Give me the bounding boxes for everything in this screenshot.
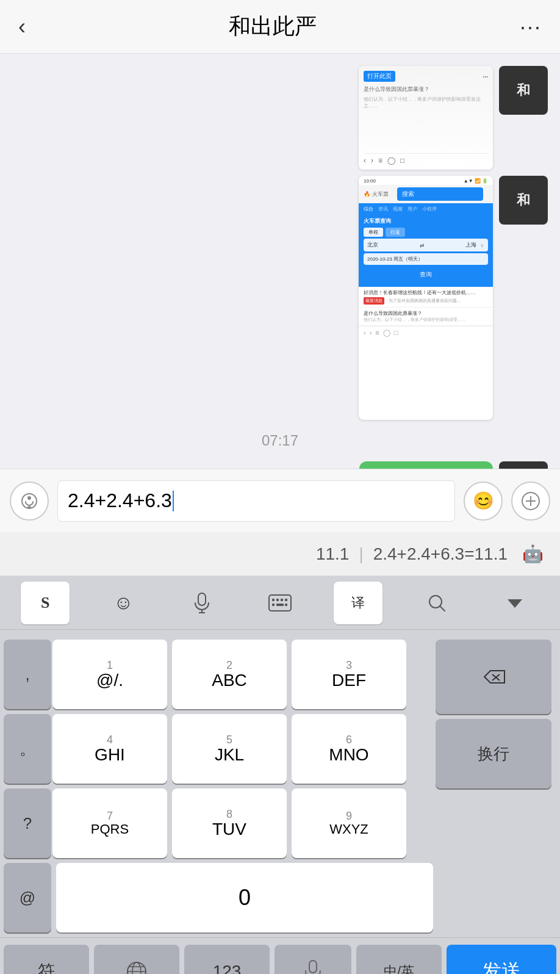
newline-label: 换行 xyxy=(478,743,509,765)
card-nav-menu[interactable]: ≡ xyxy=(375,329,379,337)
key-period[interactable]: 。 xyxy=(4,714,51,784)
emoji-tool-btn[interactable]: ☺ xyxy=(99,582,148,624)
keyboard: , 。 ? 1 @/. 2 ABC 3 DEF xyxy=(0,630,560,937)
train-search-text: 搜索 xyxy=(402,190,414,198)
key-num-6: 6 xyxy=(346,734,352,745)
key-123[interactable]: 123 xyxy=(184,945,270,975)
sc-nav-forward[interactable]: › xyxy=(371,156,373,165)
sc-nav-bookmark[interactable]: □ xyxy=(400,156,404,165)
avatar-right-2: 和 xyxy=(499,176,548,225)
calc-result: 11.1 xyxy=(316,544,350,564)
key-0[interactable]: 0 xyxy=(56,863,433,933)
sc-nav-share[interactable]: ◯ xyxy=(387,156,395,165)
emoji-button[interactable]: 😊 xyxy=(464,482,503,521)
calc-suggestion-bar: 11.1 | 2.4+2.4+6.3=11.1 🤖 xyxy=(0,532,560,576)
card-nav-back[interactable]: ‹ xyxy=(364,329,366,337)
key-2-abc[interactable]: 2 ABC xyxy=(172,640,287,709)
card-nav-fwd[interactable]: › xyxy=(370,329,372,337)
svg-rect-28 xyxy=(309,961,317,973)
key-label-wxyz: WXYZ xyxy=(329,823,368,836)
svg-rect-13 xyxy=(281,599,283,601)
input-area: 2.4+2.4+6.3 😊 xyxy=(0,469,560,532)
key-backspace[interactable] xyxy=(436,640,551,714)
key-4-ghi[interactable]: 4 GHI xyxy=(52,714,167,784)
search-tool-btn[interactable] xyxy=(412,582,461,624)
key-zh-en[interactable]: 中/英 xyxy=(356,945,442,975)
key-1-atsldot[interactable]: 1 @/. xyxy=(52,640,167,709)
key-num-3: 3 xyxy=(346,660,352,671)
key-num-5: 5 xyxy=(226,734,232,745)
voice-button[interactable] xyxy=(10,482,49,521)
card-nav-sq[interactable]: □ xyxy=(394,329,398,337)
key-label-atsldot: @/. xyxy=(96,672,123,689)
svg-rect-12 xyxy=(276,599,279,601)
sc-nav-menu[interactable]: ≡ xyxy=(378,156,382,165)
screenshot-card-1: 打开此页 ••• 是什么导致因国此票暴涨？ 他们认为，以下小结，，将多户供保护的… xyxy=(359,66,493,170)
send-label: 发送 xyxy=(482,958,521,975)
sc-open-btn[interactable]: 打开此页 xyxy=(364,71,395,82)
message-input[interactable]: 2.4+2.4+6.3 xyxy=(57,480,455,522)
translate-tool-btn[interactable]: 译 xyxy=(334,582,382,624)
key-3-def[interactable]: 3 DEF xyxy=(292,640,406,709)
key-space-mic[interactable] xyxy=(275,945,351,975)
svg-line-19 xyxy=(440,606,445,611)
svg-rect-16 xyxy=(276,604,284,606)
zh-label: 中/英 xyxy=(384,962,414,975)
key-num-2: 2 xyxy=(226,660,232,671)
sc-body-text: 他们认为，以下小结，，将多户供保护的影响深受发达之…… xyxy=(364,96,488,109)
svg-rect-10 xyxy=(269,595,291,611)
key-label-pqrs: PQRS xyxy=(91,823,129,836)
mic-tool-btn[interactable] xyxy=(178,582,226,624)
key-newline[interactable]: 换行 xyxy=(436,719,551,788)
sougou-keyboard-btn[interactable]: S xyxy=(21,582,70,624)
calc-equation: 2.4+2.4+6.3=11.1 xyxy=(373,544,508,564)
more-button[interactable]: ··· xyxy=(520,14,542,40)
key-globe[interactable] xyxy=(94,945,179,975)
header: ‹ 和出此严 ··· xyxy=(0,0,560,54)
key-question[interactable]: ? xyxy=(4,788,51,858)
keyboard-tool-btn[interactable] xyxy=(256,582,304,624)
card-nav-circle[interactable]: ◯ xyxy=(383,329,390,337)
key-9-wxyz[interactable]: 9 WXYZ xyxy=(292,788,406,858)
cursor xyxy=(173,491,174,511)
key-comma[interactable]: , xyxy=(4,640,51,709)
key-label-jkl: JKL xyxy=(215,746,244,763)
input-text: 2.4+2.4+6.3 xyxy=(68,489,172,512)
key-num-8: 8 xyxy=(226,809,232,820)
avatar-right-3: 和 xyxy=(499,461,548,469)
collapse-tool-btn[interactable] xyxy=(490,582,539,624)
message-group-2: 10:00 ▲▼ 📶 🔋 🔥 火车票 搜索 综合 资讯 视频 用户 小程序 xyxy=(12,176,548,420)
key-num-7: 7 xyxy=(107,810,113,821)
send-button[interactable]: 发送 xyxy=(447,945,556,975)
key-7-pqrs[interactable]: 7 PQRS xyxy=(52,788,167,858)
avatar-right-1: 和 xyxy=(499,66,548,115)
svg-point-23 xyxy=(127,962,146,975)
123-label: 123 xyxy=(213,962,242,975)
key-label-abc: ABC xyxy=(212,672,247,689)
calc-robot-icon[interactable]: 🤖 xyxy=(517,539,548,569)
key-num-1: 1 xyxy=(107,660,113,671)
news-item-2: 是什么导致因国此票暴涨？他们认为，以下小结，，将多户供保护的影响深受…… xyxy=(359,308,493,326)
key-8-tuv[interactable]: 8 TUV xyxy=(172,788,287,858)
sc-nav-bar: ‹ › ≡ ◯ □ xyxy=(364,153,488,165)
fu-label: 符 xyxy=(38,960,55,975)
news-item-1: 好消息！长春新增这些航线！还有一大波低价机…… 最新消息 为了应对全国铁路的高通… xyxy=(359,287,493,308)
train-search-card: 10:00 ▲▼ 📶 🔋 🔥 火车票 搜索 综合 资讯 视频 用户 小程序 xyxy=(359,176,493,420)
key-6-mno[interactable]: 6 MNO xyxy=(292,714,406,784)
message-group-1: 打开此页 ••• 是什么导致因国此票暴涨？ 他们认为，以下小结，，将多户供保护的… xyxy=(12,66,548,170)
key-at[interactable]: @ xyxy=(4,863,51,933)
key-num-4: 4 xyxy=(107,734,113,745)
key-label-ghi: GHI xyxy=(95,746,125,763)
back-button[interactable]: ‹ xyxy=(18,14,26,40)
message-bubble-row: 3.6=1.2+2.4 和 xyxy=(12,461,548,469)
sc-nav-back[interactable]: ‹ xyxy=(364,156,366,165)
message-bubble: 3.6=1.2+2.4 xyxy=(359,461,493,469)
add-button[interactable] xyxy=(511,482,550,521)
key-5-jkl[interactable]: 5 JKL xyxy=(172,714,287,784)
key-label-tuv: TUV xyxy=(212,821,246,838)
sc-question-text: 是什么导致因国此票暴涨？ xyxy=(364,85,488,93)
key-label-mno: MNO xyxy=(329,746,368,763)
search-btn[interactable]: 查询 xyxy=(368,267,483,282)
message-timestamp: 07:17 xyxy=(12,432,548,449)
key-fu[interactable]: 符 xyxy=(4,945,89,975)
